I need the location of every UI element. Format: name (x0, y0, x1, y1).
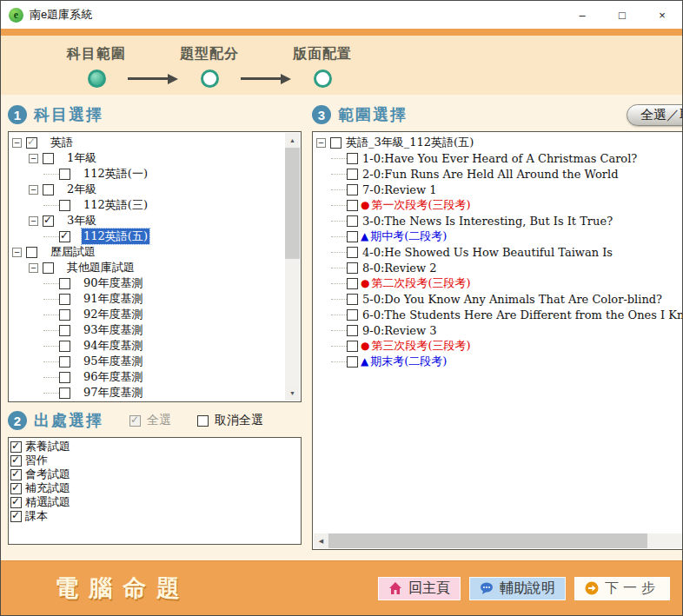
tree-item-label[interactable]: 7-0:Review 1 (361, 183, 439, 196)
next-step-button[interactable]: 下一步 (574, 577, 670, 600)
scroll-left-icon[interactable]: ◀ (314, 533, 328, 548)
tree-item[interactable]: −歷屆試題 (10, 244, 283, 260)
expand-toggle-icon[interactable]: − (316, 138, 326, 148)
tree-item[interactable]: 3-0:The News Is Interesting, But Is It T… (315, 213, 683, 229)
tree-item-label[interactable]: 97年度基測 (82, 385, 145, 401)
checkbox[interactable] (59, 356, 70, 368)
tree-item[interactable]: 96年度基測 (10, 369, 283, 385)
expand-toggle-icon[interactable]: − (12, 138, 22, 148)
checkbox[interactable] (59, 309, 70, 321)
tree-item[interactable]: 90年度基測 (10, 275, 283, 291)
tree-item-label[interactable]: 112英語(一) (82, 166, 149, 182)
tree-item-label[interactable]: 5-0:Do You Know Any Animals That Are Col… (361, 293, 664, 306)
checkbox[interactable]: ✓ (10, 455, 22, 467)
checkbox[interactable]: ✓ (43, 215, 54, 227)
checkbox[interactable] (347, 153, 358, 164)
tree-item-label[interactable]: 第一次段考(三段考) (369, 197, 472, 213)
expand-toggle-icon[interactable]: − (29, 185, 38, 195)
scroll-down-icon[interactable]: ▼ (285, 386, 300, 401)
tree-item[interactable]: 91年度基測 (10, 291, 283, 307)
tree-item[interactable]: ●第二次段考(三段考) (315, 275, 683, 291)
checkbox[interactable] (347, 278, 358, 289)
checkbox[interactable] (59, 325, 70, 336)
checkbox[interactable] (43, 262, 54, 274)
tree-item[interactable]: −2年級 (10, 182, 283, 197)
horizontal-scrollbar[interactable]: ◀ ▶ (314, 533, 683, 548)
tree-item[interactable]: 1-0:Have You Ever Heard of A Christmas C… (315, 150, 683, 166)
tree-item-label[interactable]: 91年度基測 (82, 291, 145, 307)
tree-item-label[interactable]: 112英語(三) (82, 197, 149, 213)
checkbox[interactable] (59, 294, 70, 305)
select-all-option[interactable]: ✓ 全選 (129, 413, 171, 428)
checkbox[interactable]: ✓ (59, 231, 70, 242)
checkbox[interactable] (347, 184, 358, 195)
tree-item-label[interactable]: 英語 (49, 135, 75, 150)
tree-item[interactable]: ✓112英語(五) (10, 229, 283, 244)
tree-item[interactable]: ▲期中考(二段考) (315, 229, 683, 244)
tree-item-label[interactable]: 9-0:Review 3 (361, 324, 439, 337)
tree-item-label[interactable]: 112英語(五) (82, 229, 149, 244)
tree-item-label[interactable]: 2-0:Fun Runs Are Held All Around the Wor… (361, 168, 620, 181)
checkbox[interactable]: ✓ (10, 497, 22, 508)
tree-item[interactable]: 6-0:The Students Here Are Different from… (315, 307, 683, 322)
checkbox[interactable] (347, 247, 358, 258)
tree-item[interactable]: 92年度基測 (10, 307, 283, 322)
checkbox[interactable]: ✓ (26, 137, 37, 149)
scrollbar-thumb[interactable] (328, 533, 647, 548)
tree-item-label[interactable]: 8-0:Review 2 (361, 262, 439, 275)
tree-item-label[interactable]: 3-0:The News Is Interesting, But Is It T… (361, 215, 614, 228)
deselect-all-checkbox[interactable] (197, 415, 209, 427)
tree-item-label[interactable]: 2年級 (65, 182, 98, 197)
tree-item[interactable]: 94年度基測 (10, 338, 283, 354)
tree-item[interactable]: 112英語(一) (10, 166, 283, 182)
tree-item[interactable]: ●第一次段考(三段考) (315, 197, 683, 213)
source-list-item[interactable]: ✓素養試題 (10, 440, 301, 454)
tree-item-label[interactable]: 第三次段考(三段考) (369, 338, 472, 354)
checkbox[interactable] (43, 153, 54, 164)
tree-item-label[interactable]: 1年級 (65, 150, 98, 166)
tree-item-label[interactable]: 1-0:Have You Ever Heard of A Christmas C… (361, 152, 639, 165)
tree-item-label[interactable]: 其他題庫試題 (65, 260, 136, 275)
checkbox[interactable] (347, 169, 358, 180)
expand-toggle-icon[interactable]: − (12, 248, 22, 257)
tree-item[interactable]: 95年度基測 (10, 354, 283, 369)
tree-item[interactable]: 93年度基測 (10, 322, 283, 338)
checkbox[interactable] (347, 215, 358, 227)
tree-item[interactable]: −1年級 (10, 150, 283, 166)
source-list-item[interactable]: ✓精選試題 (10, 495, 301, 509)
select-toggle-button[interactable]: 全選／取消 (627, 104, 683, 126)
vertical-scrollbar[interactable]: ▲ ▼ (285, 133, 300, 401)
checkbox[interactable] (347, 356, 358, 368)
expand-toggle-icon[interactable]: − (29, 216, 38, 226)
scrollbar-thumb[interactable] (285, 148, 300, 259)
tree-item[interactable]: −✓3年級 (10, 213, 283, 229)
source-list-item[interactable]: ✓會考試題 (10, 467, 301, 481)
home-button[interactable]: 回主頁 (378, 577, 461, 600)
tree-item[interactable]: 5-0:Do You Know Any Animals That Are Col… (315, 291, 683, 307)
checkbox[interactable] (330, 137, 342, 149)
tree-item-label[interactable]: 92年度基測 (82, 307, 145, 322)
expand-toggle-icon[interactable]: − (29, 154, 38, 163)
tree-item[interactable]: 8-0:Review 2 (315, 260, 683, 275)
tree-item[interactable]: −✓英語 (10, 135, 283, 150)
deselect-all-option[interactable]: 取消全選 (197, 413, 263, 428)
tree-item[interactable]: 112英語(三) (10, 197, 283, 213)
checkbox[interactable] (347, 341, 358, 352)
tree-item-label[interactable]: 6-0:The Students Here Are Different from… (361, 308, 683, 321)
tree-item[interactable]: −其他題庫試題 (10, 260, 283, 275)
minimize-button[interactable]: – (562, 1, 602, 29)
tree-item-label[interactable]: 期末考(二段考) (368, 354, 448, 369)
tree-item[interactable]: 7-0:Review 1 (315, 182, 683, 197)
tree-item[interactable]: ●第三次段考(三段考) (315, 338, 683, 354)
expand-toggle-icon[interactable]: − (29, 263, 38, 273)
checkbox[interactable] (347, 231, 358, 242)
checkbox[interactable] (347, 325, 358, 336)
tree-item-label[interactable]: 3年級 (65, 213, 98, 229)
checkbox[interactable]: ✓ (10, 469, 22, 480)
maximize-button[interactable]: □ (602, 1, 642, 29)
tree-item[interactable]: 4-0:He Showed Us How Beautiful Taiwan Is (315, 244, 683, 260)
tree-item-label[interactable]: 96年度基測 (82, 369, 145, 385)
tree-item-label[interactable]: 英語_3年級_112英語(五) (344, 135, 475, 150)
tree-item-label[interactable]: 期中考(二段考) (368, 229, 448, 244)
tree-item-label[interactable]: 第二次段考(三段考) (369, 275, 472, 291)
